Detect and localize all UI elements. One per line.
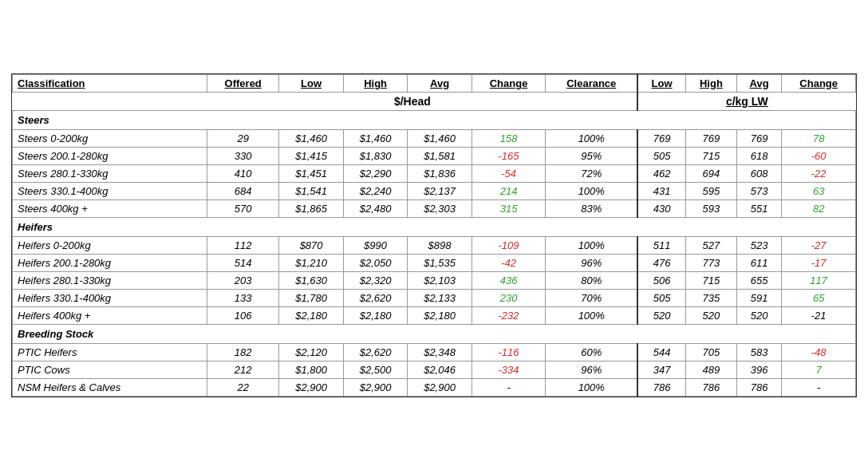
cell-change: 436 [471,271,546,289]
cell-avg: $1,836 [408,164,471,182]
subheader-empty-1 [13,92,207,110]
cell-r-low: 462 [637,164,685,182]
cell-clearance: 70% [546,289,637,306]
cell-change: -334 [471,361,546,378]
table-row: NSM Heifers & Calves22$2,900$2,900$2,900… [13,378,856,396]
cell-r-high: 735 [685,289,736,306]
table-row: Heifers 400kg +106$2,180$2,180$2,180-232… [13,306,856,324]
cell-low: $1,415 [279,147,343,164]
cell-classification: Heifers 0-200kg [13,236,207,254]
main-table-wrapper: Classification Offered Low High Avg Chan… [11,73,857,397]
cell-r-low: 520 [637,306,685,324]
cell-r-high: 715 [685,147,736,164]
cell-offered: 22 [207,378,279,396]
table-row: Steers 400kg +570$1,865$2,480$2,30331583… [13,199,856,217]
cell-r-avg: 551 [736,199,782,217]
cell-r-high: 489 [685,361,736,378]
cell-r-change: -48 [782,343,856,361]
livestock-table: Classification Offered Low High Avg Chan… [12,74,856,397]
cell-r-high: 715 [685,271,736,289]
header-classification: Classification [13,74,207,92]
header-avg-right: Avg [736,74,782,92]
cell-clearance: 100% [546,306,637,324]
cell-clearance: 80% [546,271,637,289]
cell-r-avg: 769 [736,129,782,147]
cell-r-change: 7 [782,361,856,378]
cell-classification: PTIC Heifers [13,343,207,361]
cell-r-change: -60 [782,147,856,164]
cell-offered: 514 [207,254,279,271]
cell-offered: 330 [207,147,279,164]
header-high-right: High [685,74,736,92]
cell-high: $2,050 [343,254,407,271]
cell-change: 158 [471,129,546,147]
cell-clearance: 96% [546,254,637,271]
cell-high: $2,480 [343,199,407,217]
cell-high: $2,620 [343,289,407,306]
cell-r-low: 476 [637,254,685,271]
cell-high: $2,240 [343,182,407,199]
header-clearance: Clearance [546,74,637,92]
cell-high: $2,620 [343,343,407,361]
cell-low: $2,120 [279,343,343,361]
cell-r-low: 511 [637,236,685,254]
cell-low: $1,780 [279,289,343,306]
cell-r-low: 786 [637,378,685,396]
cell-r-change: -22 [782,164,856,182]
cell-clearance: 95% [546,147,637,164]
cell-r-low: 506 [637,271,685,289]
cell-r-avg: 396 [736,361,782,378]
header-change-right: Change [782,74,856,92]
cell-r-avg: 786 [736,378,782,396]
cell-offered: 570 [207,199,279,217]
header-offered: Offered [207,74,279,92]
cell-classification: Heifers 400kg + [13,306,207,324]
cell-offered: 684 [207,182,279,199]
header-row: Classification Offered Low High Avg Chan… [13,74,856,92]
cell-r-avg: 655 [736,271,782,289]
cell-r-low: 544 [637,343,685,361]
table-row: PTIC Heifers182$2,120$2,620$2,348-11660%… [13,343,856,361]
cell-r-avg: 520 [736,306,782,324]
cell-high: $990 [343,236,407,254]
subheader-ckg-lw: c/kg LW [637,92,855,110]
cell-change: -42 [471,254,546,271]
cell-low: $1,541 [279,182,343,199]
section-label: Steers [13,110,856,129]
cell-r-low: 505 [637,289,685,306]
cell-r-avg: 523 [736,236,782,254]
cell-high: $2,290 [343,164,407,182]
cell-change: 315 [471,199,546,217]
section-header-row: Breeding Stock [13,324,856,343]
cell-change: 214 [471,182,546,199]
cell-change: -54 [471,164,546,182]
cell-r-avg: 573 [736,182,782,199]
cell-offered: 410 [207,164,279,182]
cell-change: -165 [471,147,546,164]
cell-clearance: 100% [546,378,637,396]
cell-low: $1,800 [279,361,343,378]
cell-high: $2,180 [343,306,407,324]
cell-avg: $2,133 [408,289,471,306]
cell-high: $1,460 [343,129,407,147]
table-row: Heifers 330.1-400kg133$1,780$2,620$2,133… [13,289,856,306]
cell-avg: $1,581 [408,147,471,164]
cell-offered: 203 [207,271,279,289]
cell-r-high: 593 [685,199,736,217]
cell-r-high: 786 [685,378,736,396]
cell-offered: 112 [207,236,279,254]
cell-classification: Steers 0-200kg [13,129,207,147]
cell-low: $1,210 [279,254,343,271]
cell-high: $1,830 [343,147,407,164]
cell-r-change: -17 [782,254,856,271]
cell-r-change: 117 [782,271,856,289]
cell-avg: $2,046 [408,361,471,378]
cell-avg: $898 [408,236,471,254]
cell-classification: Steers 280.1-330kg [13,164,207,182]
cell-avg: $2,137 [408,182,471,199]
cell-avg: $1,460 [408,129,471,147]
section-header-row: Heifers [13,217,856,236]
cell-clearance: 100% [546,182,637,199]
cell-r-low: 505 [637,147,685,164]
table-row: Heifers 280.1-330kg203$1,630$2,320$2,103… [13,271,856,289]
